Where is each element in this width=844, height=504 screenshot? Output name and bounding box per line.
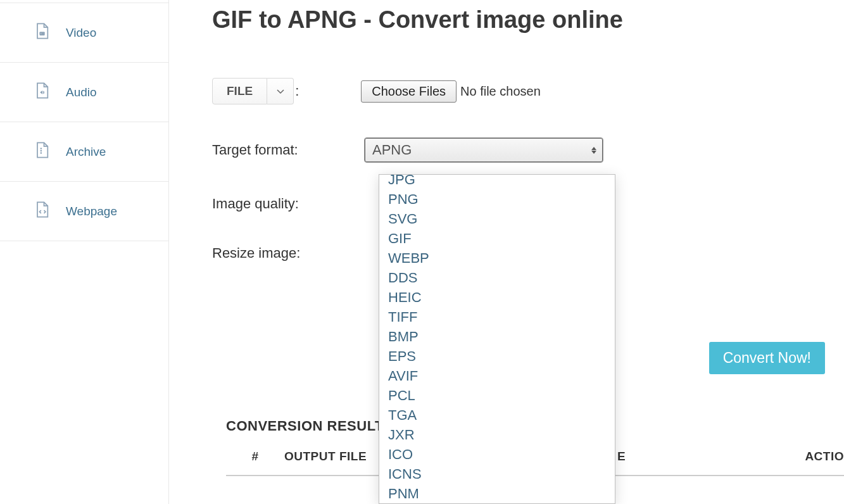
no-file-text: No file chosen xyxy=(460,84,541,99)
choose-files-button[interactable]: Choose Files xyxy=(361,80,457,103)
file-colon: : xyxy=(295,83,299,99)
file-source-caret[interactable] xyxy=(267,78,294,104)
caret-down-icon xyxy=(277,87,284,96)
dropdown-option-jpg[interactable]: JPG xyxy=(379,174,615,189)
select-arrows-icon xyxy=(591,147,596,154)
dropdown-option-eps[interactable]: EPS xyxy=(379,346,615,366)
dropdown-option-tiff[interactable]: TIFF xyxy=(379,307,615,327)
page-title: GIF to APNG - Convert image online xyxy=(212,6,825,34)
target-format-label: Target format: xyxy=(212,142,364,158)
target-format-value: APNG xyxy=(372,142,412,158)
target-format-dropdown[interactable]: JPGPNGSVGGIFWEBPDDSHEICTIFFBMPEPSAVIFPCL… xyxy=(379,174,615,504)
file-archive-icon xyxy=(33,141,51,162)
file-source-group: FILE : xyxy=(212,78,300,104)
sidebar-item-audio[interactable]: Audio xyxy=(0,63,168,122)
file-source-button[interactable]: FILE xyxy=(212,78,267,104)
dropdown-option-pcl[interactable]: PCL xyxy=(379,386,615,405)
dropdown-option-avif[interactable]: AVIF xyxy=(379,366,615,386)
svg-point-1 xyxy=(40,33,42,35)
dropdown-option-jxr[interactable]: JXR xyxy=(379,425,615,444)
col-e: E xyxy=(617,450,655,463)
sidebar-item-label: Webpage xyxy=(66,205,117,218)
dropdown-option-icns[interactable]: ICNS xyxy=(379,464,615,484)
dropdown-option-gif[interactable]: GIF xyxy=(379,229,615,248)
col-action: ACTIO xyxy=(805,450,844,463)
dropdown-option-svg[interactable]: SVG xyxy=(379,209,615,229)
dropdown-option-heic[interactable]: HEIC xyxy=(379,287,615,307)
sidebar-item-archive[interactable]: Archive xyxy=(0,122,168,182)
dropdown-option-png[interactable]: PNG xyxy=(379,189,615,209)
dropdown-option-ico[interactable]: ICO xyxy=(379,444,615,464)
dropdown-option-pnm[interactable]: PNM xyxy=(379,484,615,503)
file-code-icon xyxy=(33,201,51,222)
file-audio-icon xyxy=(33,82,51,103)
resize-image-label: Resize image: xyxy=(212,245,364,261)
sidebar-item-webpage[interactable]: Webpage xyxy=(0,182,168,241)
sidebar-item-label: Video xyxy=(66,26,96,40)
image-quality-label: Image quality: xyxy=(212,196,364,212)
col-number: # xyxy=(226,450,284,463)
sidebar: Video Audio Archive Webpage xyxy=(0,0,169,504)
sidebar-item-label: Archive xyxy=(66,145,106,159)
dropdown-option-tga[interactable]: TGA xyxy=(379,405,615,425)
file-video-icon xyxy=(33,22,51,43)
target-format-row: Target format: APNG xyxy=(212,137,825,163)
target-format-select[interactable]: APNG xyxy=(364,137,603,163)
results-heading: CONVERSION RESULTS: xyxy=(226,418,398,434)
dropdown-option-webp[interactable]: WEBP xyxy=(379,248,615,268)
convert-now-button[interactable]: Convert Now! xyxy=(709,342,825,374)
sidebar-item-video[interactable]: Video xyxy=(0,3,168,63)
dropdown-option-dds[interactable]: DDS xyxy=(379,268,615,287)
file-row: FILE : Choose Files No file chosen xyxy=(212,78,825,104)
sidebar-item-label: Audio xyxy=(66,85,97,99)
dropdown-option-bmp[interactable]: BMP xyxy=(379,327,615,346)
